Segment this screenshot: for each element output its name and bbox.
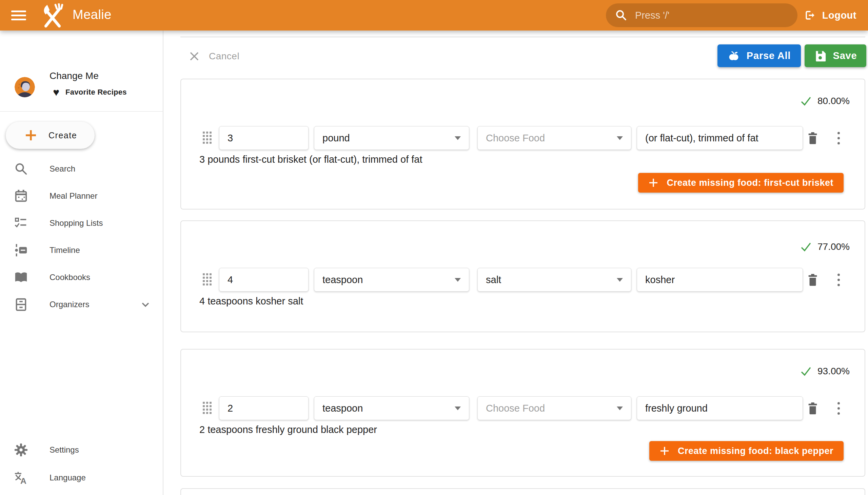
sidebar-item-settings[interactable]: Settings <box>0 436 163 464</box>
sidebar-item-dark-mode[interactable]: Dark Mode <box>0 492 163 495</box>
parse-all-label: Parse All <box>747 50 791 62</box>
drag-handle-icon[interactable] <box>203 132 211 144</box>
search-icon <box>615 9 628 22</box>
apple-icon <box>728 50 740 62</box>
cancel-label: Cancel <box>209 51 239 62</box>
sidebar-footer: Settings A Language Dark Mode <box>0 436 163 495</box>
app-title: Mealie <box>72 7 112 22</box>
unit-select[interactable]: pound <box>314 126 469 150</box>
top-app-bar: Mealie Press '/' Logout <box>0 0 868 31</box>
delete-button[interactable] <box>805 400 820 416</box>
chevron-down-icon <box>455 136 461 140</box>
create-missing-food-label: Create missing food: black pepper <box>678 446 833 456</box>
quantity-input[interactable] <box>227 403 300 414</box>
sidebar-item-meal-planner[interactable]: Meal Planner <box>0 183 163 209</box>
delete-button[interactable] <box>805 130 820 146</box>
food-placeholder: Choose Food <box>486 403 545 414</box>
note-input[interactable] <box>645 274 795 286</box>
note-field[interactable] <box>637 268 803 292</box>
favorite-recipes-label: Favorite Recipes <box>65 88 127 97</box>
food-select[interactable]: Choose Food <box>477 396 631 420</box>
favorite-recipes-link[interactable]: ♥ Favorite Recipes <box>53 87 127 98</box>
sidebar-item-organizers[interactable]: Organizers <box>0 291 163 318</box>
sidebar-item-shopping-lists[interactable]: Shopping Lists <box>0 209 163 237</box>
scrolled-card-edge <box>181 37 865 37</box>
parse-all-button[interactable]: Parse All <box>717 45 801 67</box>
more-options-icon[interactable] <box>831 272 846 288</box>
create-missing-food-button[interactable]: Create missing food: first-cut brisket <box>638 173 844 192</box>
logout-button[interactable]: Logout <box>799 4 861 27</box>
logout-icon <box>803 8 817 22</box>
sidebar-item-search[interactable]: Search <box>0 155 163 183</box>
food-value: salt <box>486 274 501 286</box>
plus-icon <box>648 178 659 188</box>
unit-value: teaspoon <box>322 403 363 414</box>
create-button[interactable]: Create <box>6 122 95 149</box>
gear-icon <box>14 442 29 457</box>
heart-icon: ♥ <box>53 87 59 98</box>
checklist-icon <box>14 216 29 231</box>
create-missing-food-button[interactable]: Create missing food: black pepper <box>649 441 844 461</box>
user-name: Change Me <box>50 70 99 81</box>
food-select[interactable]: Choose Food <box>477 126 631 150</box>
mealie-app: Mealie Press '/' Logout <box>0 0 868 495</box>
sidebar-nav: Search Meal Planner Shopping Lists Timel… <box>0 155 163 318</box>
drag-handle-icon[interactable] <box>203 273 211 286</box>
food-select[interactable]: salt <box>477 268 631 292</box>
magnify-icon <box>14 161 29 176</box>
chevron-down-icon <box>617 136 623 140</box>
parsed-ingredient-text: 4 teaspoons kosher salt <box>199 296 303 307</box>
chevron-down-icon <box>617 278 623 282</box>
avatar[interactable] <box>15 77 35 97</box>
confidence-indicator: 93.00% <box>800 365 850 377</box>
sidebar-item-timeline[interactable]: Timeline <box>0 237 163 264</box>
drag-handle-icon[interactable] <box>203 402 211 414</box>
plus-icon <box>660 446 670 456</box>
cabinet-icon <box>14 297 29 312</box>
save-button[interactable]: Save <box>805 45 866 67</box>
chevron-down-icon <box>617 407 623 410</box>
quantity-input[interactable] <box>227 274 300 286</box>
chevron-down-icon <box>455 407 461 410</box>
ingredient-card-partial <box>181 488 865 495</box>
chevron-down-icon[interactable] <box>140 299 151 310</box>
unit-select[interactable]: teaspoon <box>314 268 469 292</box>
confidence-value: 80.00% <box>817 96 850 106</box>
logout-label: Logout <box>822 10 856 21</box>
note-input[interactable] <box>645 403 795 414</box>
check-icon <box>800 365 812 377</box>
mealie-logo-icon <box>40 3 65 29</box>
chevron-down-icon <box>455 278 461 282</box>
food-placeholder: Choose Food <box>486 133 545 144</box>
quantity-field[interactable] <box>219 396 309 420</box>
confidence-value: 77.00% <box>817 241 850 252</box>
plus-icon <box>25 129 37 141</box>
unit-value: teaspoon <box>322 274 363 286</box>
more-options-icon[interactable] <box>831 130 846 146</box>
search-bar[interactable]: Press '/' <box>606 3 798 27</box>
parsed-ingredient-text: 2 teaspoons freshly ground black pepper <box>199 424 377 435</box>
book-open-icon <box>14 270 29 285</box>
more-options-icon[interactable] <box>831 400 846 416</box>
quantity-input[interactable] <box>227 133 300 144</box>
save-label: Save <box>833 50 857 62</box>
translate-icon: A <box>14 470 29 485</box>
sidebar-divider <box>0 111 163 112</box>
menu-icon[interactable] <box>11 8 28 23</box>
note-field[interactable] <box>637 396 803 420</box>
ingredient-card: 80.00% pound Choose Food 3 pounds first-… <box>181 79 865 209</box>
confidence-indicator: 80.00% <box>800 95 850 107</box>
cancel-button[interactable]: Cancel <box>188 47 239 66</box>
create-missing-food-label: Create missing food: first-cut brisket <box>667 178 833 188</box>
quantity-field[interactable] <box>219 126 309 150</box>
sidebar-item-cookbooks[interactable]: Cookbooks <box>0 264 163 291</box>
quantity-field[interactable] <box>219 268 309 292</box>
note-field[interactable] <box>637 126 803 150</box>
svg-text:A: A <box>20 476 27 485</box>
create-label: Create <box>49 131 77 140</box>
sidebar-item-language[interactable]: A Language <box>0 464 163 492</box>
delete-button[interactable] <box>805 272 820 288</box>
note-input[interactable] <box>645 133 795 144</box>
unit-value: pound <box>322 133 350 144</box>
unit-select[interactable]: teaspoon <box>314 396 469 420</box>
